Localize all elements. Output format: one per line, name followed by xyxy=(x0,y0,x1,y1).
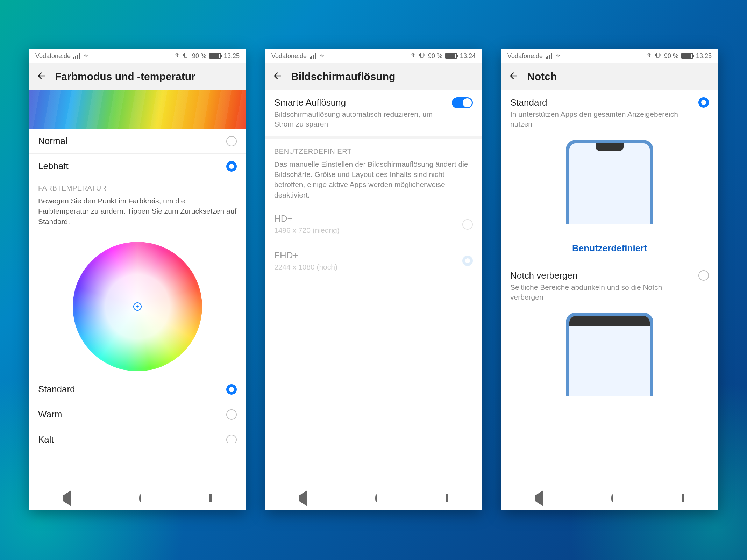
wifi-icon xyxy=(555,52,561,60)
battery-icon xyxy=(209,53,221,59)
page-title: Notch xyxy=(527,71,557,82)
notch-option-standard[interactable]: Standard In unterstützen Apps den gesamt… xyxy=(501,90,718,136)
carrier-label: Vodafone.de xyxy=(271,52,307,60)
radio-unselected-icon xyxy=(226,136,237,146)
svg-rect-0 xyxy=(184,53,187,57)
back-icon[interactable] xyxy=(272,71,283,82)
battery-pct: 90 % xyxy=(664,52,678,60)
option-label: Warm xyxy=(38,409,62,420)
smart-resolution-desc: Bildschirmauflösung automatisch reduzier… xyxy=(274,109,445,129)
nav-recent-icon[interactable] xyxy=(682,495,684,502)
divider xyxy=(265,136,482,139)
temp-option-warm[interactable]: Warm xyxy=(29,402,246,427)
option-sub: 2244 x 1080 (hoch) xyxy=(274,262,455,272)
clock: 13:25 xyxy=(224,52,240,60)
battery-pct: 90 % xyxy=(192,52,206,60)
status-bar: Vodafone.de 90 % 13:25 xyxy=(29,49,246,63)
custom-link[interactable]: Benutzerdefiniert xyxy=(501,234,718,263)
nav-recent-icon[interactable] xyxy=(446,495,448,502)
page-title: Bildschirmauflösung xyxy=(291,71,395,82)
wheel-handle-icon[interactable]: + xyxy=(133,302,142,311)
preview-standard xyxy=(501,136,718,234)
option-desc: In unterstützen Apps den gesamten Anzeig… xyxy=(510,109,691,129)
radio-unselected-icon xyxy=(226,409,237,420)
option-label: HD+ xyxy=(274,213,455,224)
smart-resolution-toggle-row[interactable]: Smarte Auflösung Bildschirmauflösung aut… xyxy=(265,90,482,136)
resolution-option-fhd: FHD+ 2244 x 1080 (hoch) xyxy=(265,243,482,279)
radio-unselected-icon xyxy=(226,435,237,445)
page-title: Farbmodus und -temperatur xyxy=(55,71,195,82)
custom-description: Das manuelle Einstellen der Bildschirmau… xyxy=(265,159,482,207)
nav-back-icon[interactable] xyxy=(63,495,71,502)
screen-color-mode: Vodafone.de 90 % 13:25 Farbmodus und -te… xyxy=(29,49,246,510)
nav-bar xyxy=(265,486,482,510)
toggle-on-icon[interactable] xyxy=(452,97,473,108)
radio-unselected-icon xyxy=(462,219,473,230)
nav-bar xyxy=(29,486,246,510)
option-label: Normal xyxy=(38,136,67,146)
app-bar: Farbmodus und -temperatur xyxy=(29,63,246,90)
radio-selected-icon xyxy=(226,384,237,395)
temperature-description: Bewegen Sie den Punkt im Farbkreis, um d… xyxy=(29,194,246,235)
section-header-custom: BENUTZERDEFINIERT xyxy=(265,139,482,159)
clock: 13:24 xyxy=(460,52,476,60)
rainbow-banner xyxy=(29,90,246,129)
nav-home-icon[interactable] xyxy=(611,495,613,502)
vibrate-icon xyxy=(654,52,661,60)
nav-back-icon[interactable] xyxy=(299,495,307,502)
option-label: Standard xyxy=(38,384,75,395)
svg-rect-3 xyxy=(420,53,423,57)
color-wheel[interactable]: + xyxy=(73,242,202,371)
back-icon[interactable] xyxy=(508,71,519,82)
bluetooth-icon xyxy=(411,52,415,60)
battery-icon xyxy=(445,53,457,59)
resolution-option-hd: HD+ 1496 x 720 (niedrig) xyxy=(265,206,482,243)
radio-unselected-icon xyxy=(698,270,709,281)
nav-bar xyxy=(501,486,718,510)
signal-icon xyxy=(310,53,316,59)
nav-home-icon[interactable] xyxy=(375,495,377,502)
option-label: Notch verbergen xyxy=(510,270,691,281)
screen-resolution: Vodafone.de 90 % 13:24 Bildschirmauflösu… xyxy=(265,49,482,510)
wifi-icon xyxy=(319,52,325,60)
option-sub: 1496 x 720 (niedrig) xyxy=(274,225,455,235)
option-label: Standard xyxy=(510,97,691,108)
vibrate-icon xyxy=(418,52,425,60)
nav-back-icon[interactable] xyxy=(535,495,543,502)
radio-selected-icon xyxy=(462,256,473,266)
battery-pct: 90 % xyxy=(428,52,442,60)
carrier-label: Vodafone.de xyxy=(507,52,543,60)
preview-hidden xyxy=(501,309,718,406)
mode-option-lebhaft[interactable]: Lebhaft xyxy=(29,154,246,179)
app-bar: Bildschirmauflösung xyxy=(265,63,482,90)
wifi-icon xyxy=(83,52,89,60)
screen-notch: Vodafone.de 90 % 13:25 Notch Standa xyxy=(501,49,718,510)
battery-icon xyxy=(681,53,693,59)
status-bar: Vodafone.de 90 % 13:25 xyxy=(501,49,718,63)
option-label: Lebhaft xyxy=(38,161,69,172)
vibrate-icon xyxy=(182,52,189,60)
option-label: FHD+ xyxy=(274,250,455,261)
signal-icon xyxy=(73,53,80,59)
option-label: Kalt xyxy=(38,434,54,445)
clock: 13:25 xyxy=(696,52,712,60)
smart-resolution-label: Smarte Auflösung xyxy=(274,97,445,108)
section-header-farbtemperatur: FARBTEMPERATUR xyxy=(29,179,246,194)
mode-option-normal[interactable]: Normal xyxy=(29,129,246,154)
back-icon[interactable] xyxy=(36,71,47,82)
temp-option-kalt[interactable]: Kalt xyxy=(29,427,246,446)
radio-selected-icon xyxy=(226,161,237,172)
app-bar: Notch xyxy=(501,63,718,90)
bluetooth-icon xyxy=(175,52,179,60)
status-bar: Vodafone.de 90 % 13:24 xyxy=(265,49,482,63)
nav-home-icon[interactable] xyxy=(139,495,141,502)
svg-rect-6 xyxy=(656,53,659,57)
temp-option-standard[interactable]: Standard xyxy=(29,381,246,402)
notch-option-hide[interactable]: Notch verbergen Seitliche Bereiche abdun… xyxy=(501,263,718,309)
bluetooth-icon xyxy=(647,52,652,60)
radio-selected-icon xyxy=(698,97,709,108)
nav-recent-icon[interactable] xyxy=(209,495,212,502)
carrier-label: Vodafone.de xyxy=(35,52,71,60)
signal-icon xyxy=(546,53,552,59)
option-desc: Seitliche Bereiche abdunkeln und so die … xyxy=(510,282,691,302)
